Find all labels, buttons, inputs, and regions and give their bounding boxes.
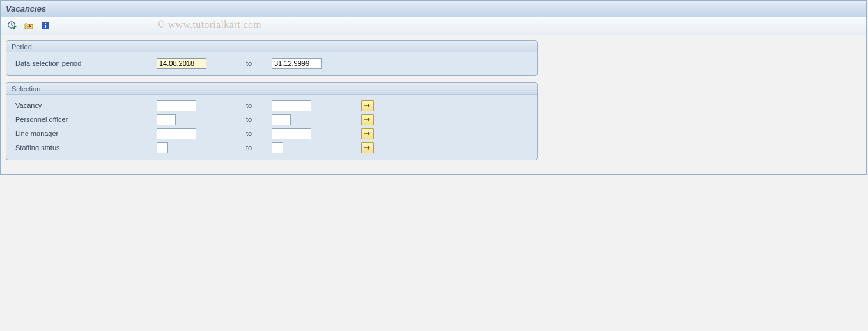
group-selection: Selection Vacancy to [6, 82, 538, 160]
input-line-manager-from[interactable] [157, 128, 196, 139]
input-vacancy-from[interactable] [157, 100, 196, 111]
multiple-selection-vacancy[interactable] [361, 100, 374, 111]
label-staffing-status-to: to [246, 144, 272, 151]
input-line-manager-to[interactable] [272, 128, 311, 139]
label-period-to: to [246, 59, 272, 67]
info-icon [40, 20, 50, 32]
arrow-right-icon [364, 144, 371, 151]
row-staffing-status: Staffing status to [13, 141, 531, 155]
app-window: Vacancies [0, 0, 867, 175]
get-variant-button[interactable] [22, 20, 35, 33]
svg-rect-3 [45, 25, 46, 28]
input-period-to[interactable] [272, 58, 322, 69]
title-bar: Vacancies [1, 1, 866, 17]
label-vacancy-to: to [246, 102, 272, 109]
folder-arrow-icon [24, 20, 34, 32]
execute-button[interactable] [6, 20, 19, 33]
toolbar: © www.tutorialkart.com [1, 17, 866, 35]
label-vacancy: Vacancy [13, 102, 157, 109]
arrow-right-icon [364, 116, 371, 123]
multiple-selection-line-manager[interactable] [361, 128, 374, 139]
group-period: Period Data selection period to [6, 40, 538, 76]
input-staffing-status-from[interactable] [157, 142, 168, 153]
arrow-right-icon [364, 130, 371, 137]
content-area: Period Data selection period to Selectio… [1, 35, 866, 174]
label-personnel-officer: Personnel officer [13, 116, 157, 123]
watermark-text: © www.tutorialkart.com [157, 19, 261, 31]
row-personnel-officer: Personnel officer to [13, 112, 531, 127]
label-line-manager-to: to [246, 130, 272, 137]
info-button[interactable] [39, 20, 52, 33]
label-personnel-officer-to: to [246, 116, 272, 123]
multiple-selection-personnel-officer[interactable] [361, 114, 374, 125]
group-selection-header: Selection [6, 83, 537, 95]
row-line-manager: Line manager to [13, 127, 531, 141]
group-period-body: Data selection period to [6, 52, 537, 75]
group-selection-body: Vacancy to [6, 95, 537, 160]
group-period-header: Period [6, 41, 537, 52]
input-vacancy-to[interactable] [272, 100, 311, 111]
input-personnel-officer-from[interactable] [157, 114, 176, 125]
label-staffing-status: Staffing status [13, 144, 157, 151]
input-period-from[interactable] [157, 58, 206, 69]
svg-rect-2 [45, 23, 46, 24]
clock-check-icon [7, 20, 17, 32]
label-data-selection-period: Data selection period [13, 59, 157, 67]
input-personnel-officer-to[interactable] [272, 114, 291, 125]
arrow-right-icon [364, 102, 371, 109]
row-data-selection-period: Data selection period to [13, 56, 531, 70]
row-vacancy: Vacancy to [13, 98, 531, 112]
multiple-selection-staffing-status[interactable] [361, 142, 374, 153]
page-title: Vacancies [6, 4, 46, 13]
label-line-manager: Line manager [13, 130, 157, 137]
input-staffing-status-to[interactable] [272, 142, 283, 153]
